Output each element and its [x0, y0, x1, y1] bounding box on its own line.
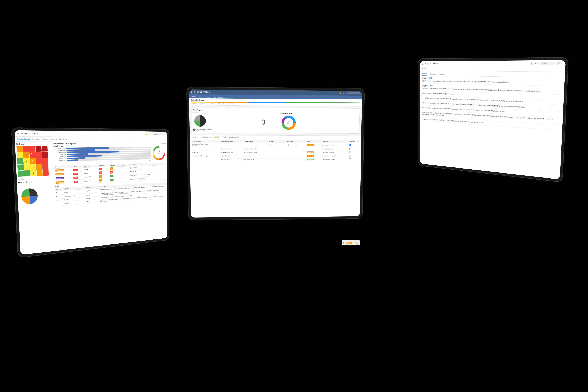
overdue-check-5[interactable] [349, 158, 351, 160]
mail-icon[interactable]: ✉ [149, 133, 150, 135]
stage-awaiting: Awaiting Review [200, 103, 208, 104]
wp-search-input[interactable] [347, 92, 360, 94]
left-app-header: ☰ REGISTER RISKS 🔔 ✉ + [15, 130, 167, 137]
audit-start-4 [266, 154, 286, 158]
wp-mail-icon[interactable]: ✉ [342, 92, 344, 94]
div-left-label: Cor... [281, 122, 283, 123]
tab-business-objectives[interactable]: Business Objectives [43, 138, 57, 142]
legend-dot-current [18, 182, 20, 183]
legend-residual: Residual Issue [26, 181, 36, 183]
audit-table-section: Lead Auditors Assistant Auditors Risk Ma… [190, 139, 361, 163]
menu-icon[interactable]: ☰ [17, 132, 19, 135]
overdue-check-4[interactable] [349, 155, 351, 157]
audit-assistant-4: 31st July 2024 [220, 154, 243, 158]
bar-fill-5 [67, 155, 102, 157]
wp-tab-auditor[interactable]: Auditor [212, 96, 216, 98]
stage-badge-complete: Complete [306, 158, 314, 160]
audit-report-content: Overdue [193, 112, 358, 132]
tab-risk-maps[interactable]: Risk Maps [32, 138, 40, 141]
wp-tab-planning[interactable]: Planning [191, 96, 196, 98]
type-badge-compliance-2: Compliance [56, 173, 64, 176]
level-badge-high-3: High [74, 176, 78, 179]
right-search-input[interactable] [539, 62, 556, 65]
risk-cell [23, 146, 29, 152]
bell-icon[interactable]: 🔔 [146, 133, 148, 135]
bar-fill-2 [67, 149, 95, 151]
risk-dot [32, 160, 33, 161]
score-set-4: Normal 12.0 [83, 179, 98, 183]
risk-dot [26, 160, 27, 162]
tab-risk-dashboard[interactable]: Risk Dashboard [17, 138, 30, 141]
risk-cell [30, 170, 37, 176]
left-nav-tabs: Risk Dashboard Risk Maps Business Object… [15, 137, 167, 142]
donut-center-label-bh: Bh [158, 151, 160, 153]
risk-dot [26, 154, 27, 156]
center-number: 3 [261, 118, 265, 126]
risk-key-2: 2 [55, 194, 63, 199]
tablet-right: ☰ REGISTER RISKS 🔔 ✉ + 🎤 ⋮ Risks Registe… [418, 57, 569, 182]
risks-tab-summary[interactable]: Summary [439, 73, 445, 76]
right-mail-icon[interactable]: ✉ [534, 62, 536, 64]
right-plus-icon[interactable]: + [537, 62, 538, 64]
audit-stage-3: Reporting [306, 151, 321, 154]
risk-cell [42, 158, 48, 164]
audit-table-body: Green Shore / Steve ChowJohn Dena 2nd Ja… [191, 143, 360, 161]
bar-label-7: Yombast De... [54, 160, 66, 161]
risk-cell [37, 170, 43, 176]
risks-section-title: Risks [422, 68, 426, 70]
risk-dot [38, 148, 39, 149]
risk-ref-badge-2: ABC1 [430, 85, 433, 86]
stage-badge-reporting-2: Reporting [307, 155, 314, 157]
plus-icon[interactable]: + [151, 133, 152, 135]
left-search-input[interactable] [153, 133, 166, 136]
risk-cell [36, 158, 42, 164]
tab-risk-registers[interactable]: Risk Registers [59, 138, 69, 141]
right-bell-icon[interactable]: 🔔 [530, 62, 533, 64]
risk-cell [36, 152, 42, 158]
wp-tab-calendar[interactable]: Calendar [218, 96, 223, 98]
divisional-breakdown-section: Divisional Breakdown Chr... Dir... Chr..… [280, 112, 358, 132]
audit-row-3: Mark Long 11th November 2024 11th Decemb… [191, 150, 360, 154]
tablet-left: ☰ REGISTER RISKS 🔔 ✉ + Risk Dashboard Ri… [11, 128, 170, 258]
stage-badge-evaluation: Evaluation [307, 144, 314, 146]
progress-steps-bar: Evaluation › Awaiting Review › Complete … [190, 135, 361, 139]
progress-step-evaluation: Evaluation [192, 136, 198, 138]
col-residual: Residual [109, 164, 121, 167]
risks-tab-reference[interactable]: Reference [430, 73, 436, 76]
audit-lead-2 [191, 147, 220, 150]
progress-arrow-2: › [212, 136, 212, 138]
risk-map-title: Risk Map [16, 143, 52, 145]
wp-tab-resource[interactable]: Resource Year Map [198, 96, 210, 98]
stage-working-papers: Working Papers (Checklist) [218, 103, 233, 104]
left-main-content: Risk Map [15, 141, 167, 255]
audit-lead-5 [191, 158, 220, 161]
overdue-check-2[interactable] [349, 148, 351, 150]
risk-ref-badge-1: ABC39 [428, 77, 433, 79]
right-header-icons: 🔔 ✉ + 🎤 ⋮ [530, 62, 563, 65]
level-badge-high-2: High [73, 172, 78, 174]
residual-4 [110, 179, 114, 181]
wp-plus-icon[interactable]: + [345, 92, 346, 94]
wp-menu-icon[interactable]: ☰ [191, 91, 192, 93]
bar-label-6: Bernard Ch... [54, 158, 66, 159]
bar-axis-0: 0 [66, 162, 67, 163]
pie-seg-awaiting [194, 115, 200, 121]
pie-seg-evaluation2 [200, 121, 206, 127]
wp-bell-icon[interactable]: 🔔 [339, 92, 341, 94]
legend-label-current: Current [21, 182, 25, 183]
legend-color-1 [193, 128, 195, 130]
risks-tab-register[interactable]: Register [422, 73, 427, 76]
right-more-icon[interactable]: ⋮ [561, 62, 563, 64]
risk-key-1: 1 [55, 190, 63, 195]
audit-assistant-1 [220, 143, 243, 147]
overdue-check-1[interactable] [349, 144, 351, 146]
tablet-center: ☰ WORKING PAPERS 🔔 ✉ + Planning Resource… [186, 87, 365, 220]
overdue-check-3[interactable] [349, 151, 351, 153]
donut-label-right: Rk [164, 152, 165, 154]
risk-cell [17, 146, 23, 152]
left-header-icons: 🔔 ✉ + [146, 133, 166, 136]
legend-row-1: KW1 - Audit Report - December [193, 128, 246, 130]
audit-col-risk: Risk Manager [243, 140, 266, 143]
right-menu-icon[interactable]: ☰ [422, 62, 423, 65]
right-mic-icon[interactable]: 🎤 [557, 62, 560, 64]
